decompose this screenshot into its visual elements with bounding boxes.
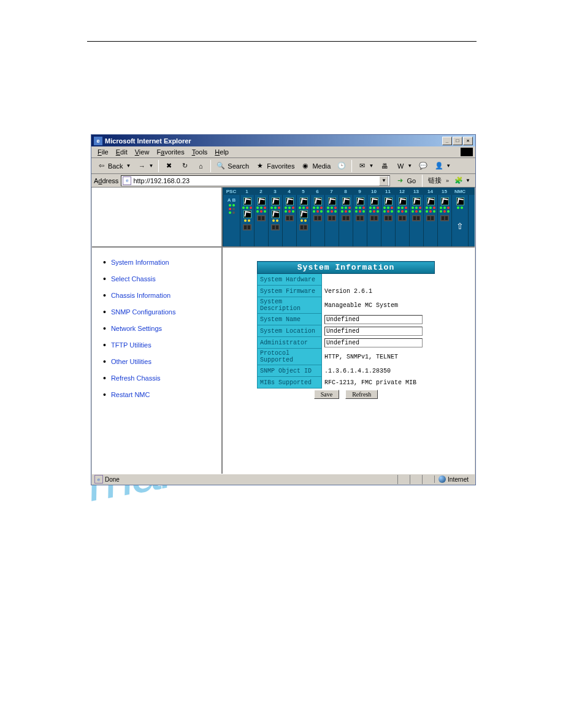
slot-card[interactable] <box>409 195 423 246</box>
led-row <box>313 207 323 209</box>
nav-item-snmp-configurations[interactable]: SNMP Configurations <box>103 307 216 317</box>
system-name-input[interactable] <box>324 315 423 324</box>
url-text: http://192.168.0.23 <box>133 177 377 184</box>
back-button[interactable]: ⇦Back▼ <box>94 160 133 172</box>
nav-item-chassis-information[interactable]: Chassis Information <box>103 290 216 300</box>
discuss-button[interactable]: 💬 <box>416 160 431 172</box>
led-row <box>383 210 393 213</box>
slot-card[interactable] <box>296 195 310 246</box>
edit-button[interactable]: W▼ <box>393 160 415 172</box>
slot-label: 2 <box>254 189 268 194</box>
links-label[interactable]: 链接 <box>426 175 443 186</box>
slot-card[interactable] <box>254 195 268 246</box>
row-label-description: System Description <box>258 297 322 314</box>
slot-card[interactable] <box>381 195 395 246</box>
led-row <box>369 207 379 209</box>
menu-tools[interactable]: Tools <box>188 147 212 157</box>
menu-file[interactable]: File <box>94 147 112 157</box>
extra-button[interactable]: 🧩▼ <box>451 175 473 187</box>
slot-card[interactable] <box>310 195 324 246</box>
port-icon <box>300 197 308 205</box>
nav-item-other-utilities[interactable]: Other Utilities <box>103 357 216 366</box>
led-row <box>355 210 365 213</box>
save-button[interactable]: Save <box>314 390 339 399</box>
nav-item-tftp-utilities[interactable]: TFTP Utilities <box>103 340 216 350</box>
security-zone: Internet <box>434 476 472 483</box>
led-row <box>270 207 280 209</box>
row-label-hardware: System Hardware <box>258 274 322 286</box>
status-cell <box>397 475 410 484</box>
slot-card[interactable] <box>437 195 451 246</box>
dip-switch <box>440 215 449 221</box>
dip-switch <box>327 215 336 221</box>
history-button[interactable]: 🕒 <box>334 160 349 172</box>
nav-item-system-information[interactable]: System Information <box>103 257 216 267</box>
forward-button[interactable]: →▼ <box>134 160 156 172</box>
nav-item-network-settings[interactable]: Network Settings <box>103 324 216 333</box>
minimize-button[interactable]: _ <box>442 137 452 145</box>
port-icon <box>328 197 336 205</box>
menu-edit[interactable]: Edit <box>112 147 131 157</box>
slot-card[interactable] <box>324 195 339 246</box>
refresh-panel-button[interactable]: Refresh <box>345 390 378 399</box>
media-button[interactable]: ◉Media <box>298 160 333 172</box>
slot-label: 7 <box>324 189 339 194</box>
window-title: Microsoft Internet Explorer <box>105 137 442 145</box>
slot-card[interactable] <box>268 195 282 246</box>
menu-favorites[interactable]: Favorites <box>153 147 188 157</box>
slot-card[interactable] <box>423 195 437 246</box>
row-value-mibs: RFC-1213, FMC private MIB <box>322 377 435 389</box>
home-button[interactable]: ⌂ <box>193 160 208 172</box>
row-label-name: System Name <box>258 314 322 325</box>
row-value-protocol: HTTP, SNMPv1, TELNET <box>322 349 435 365</box>
favorites-button[interactable]: ★Favorites <box>253 160 297 172</box>
search-button[interactable]: 🔍Search <box>213 160 251 172</box>
port-icon <box>272 210 280 218</box>
page-rule <box>87 41 477 42</box>
dip-switch <box>356 215 364 221</box>
slot-card[interactable] <box>353 195 367 246</box>
nav-item-select-chassis[interactable]: Select Chassis <box>103 274 216 284</box>
ie-icon: e <box>94 137 102 145</box>
menu-help[interactable]: Help <box>211 147 232 157</box>
dip-switch <box>285 215 294 221</box>
slot-card[interactable] <box>395 195 409 246</box>
led-row <box>327 210 337 213</box>
slot-card[interactable] <box>367 195 381 246</box>
address-dropdown[interactable]: ▼ <box>379 176 388 186</box>
page-icon: e <box>123 176 131 185</box>
led-row <box>256 207 266 209</box>
menubar: File Edit View Favorites Tools Help <box>91 146 475 158</box>
port-icon <box>314 197 322 205</box>
go-button[interactable]: ➜Go <box>393 175 418 186</box>
row-label-admin: Administrator <box>258 337 322 349</box>
slot-card[interactable] <box>282 195 296 246</box>
slot-card[interactable] <box>240 195 254 246</box>
menu-view[interactable]: View <box>131 147 153 157</box>
nav-item-restart-nmc[interactable]: Restart NMC <box>103 390 216 400</box>
mail-button[interactable]: ✉▼ <box>354 160 376 172</box>
close-button[interactable]: × <box>463 137 473 145</box>
throbber-icon <box>461 148 473 156</box>
dip-switch <box>370 215 378 221</box>
slot-nmc[interactable]: ⇧ <box>451 195 469 246</box>
refresh-button[interactable]: ↻ <box>177 160 192 172</box>
messenger-button[interactable]: 👤▼ <box>432 160 453 172</box>
nav-list: System Information Select Chassis Chassi… <box>103 257 216 400</box>
slot-psc[interactable]: A B <box>223 195 240 246</box>
led-row <box>341 210 351 213</box>
system-location-input[interactable] <box>324 327 423 336</box>
nav-item-refresh-chassis[interactable]: Refresh Chassis <box>103 373 216 383</box>
address-input[interactable]: e http://192.168.0.23 ▼ <box>121 175 390 186</box>
print-button[interactable]: 🖶 <box>377 160 392 172</box>
port-icon <box>441 197 449 205</box>
maximize-button[interactable]: □ <box>453 137 462 145</box>
stop-button[interactable]: ✖ <box>161 160 176 172</box>
slot-label: 12 <box>395 189 409 194</box>
slot-card[interactable] <box>339 195 353 246</box>
address-label: Address <box>94 177 118 184</box>
row-label-mibs: MIBs Supported <box>258 377 322 389</box>
administrator-input[interactable] <box>324 338 423 347</box>
links-chevron-icon[interactable]: » <box>446 178 449 184</box>
port-icon <box>456 197 464 205</box>
